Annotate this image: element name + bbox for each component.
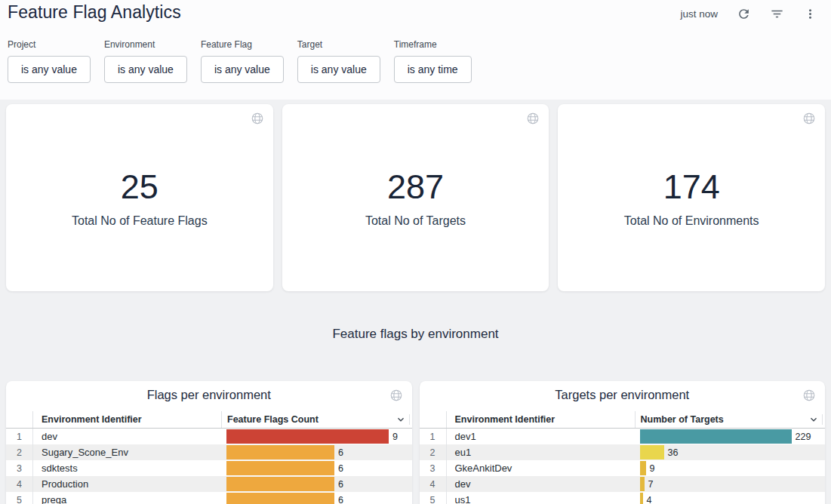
- filter-feature-flag: Feature Flag is any value: [201, 39, 284, 83]
- value-cell: 4: [636, 492, 826, 504]
- value-cell: 36: [636, 444, 826, 460]
- kpi-label: Total No of Targets: [282, 214, 549, 228]
- filter-label: Timeframe: [394, 39, 472, 50]
- table-row[interactable]: 2eu136: [420, 444, 826, 460]
- environment-identifier-cell: dev: [33, 431, 222, 442]
- value-label: 229: [796, 432, 811, 442]
- row-number: 3: [6, 460, 33, 476]
- value-bar[interactable]: [640, 461, 646, 475]
- chevron-down-icon[interactable]: [808, 413, 820, 426]
- table-body: 1dev92Sugary_Scone_Env63sdktests64Produc…: [6, 429, 412, 504]
- value-label: 7: [648, 479, 654, 490]
- kpi-card-environments: 174 Total No of Environments: [558, 104, 825, 291]
- row-number: 1: [420, 429, 447, 444]
- value-bar[interactable]: [640, 429, 792, 444]
- filter-icon[interactable]: [769, 6, 784, 21]
- value-bar[interactable]: [226, 461, 334, 475]
- environment-identifier-cell: prega: [33, 494, 222, 504]
- row-number-column-header: [420, 411, 447, 428]
- card-title: Flags per environment: [6, 381, 412, 404]
- filter-target: Target is any value: [297, 39, 380, 83]
- value-bar[interactable]: [640, 445, 664, 459]
- column-header-label: Feature Flags Count: [227, 414, 319, 425]
- table-row[interactable]: 1dev1229: [420, 429, 826, 444]
- chevron-down-icon[interactable]: [395, 413, 407, 426]
- row-number: 2: [420, 444, 447, 460]
- row-number: 1: [6, 429, 33, 444]
- section-title: Feature flags by environment: [0, 327, 831, 342]
- value-bar[interactable]: [226, 429, 389, 444]
- value-label: 4: [647, 495, 652, 504]
- kebab-menu-icon[interactable]: [802, 6, 817, 21]
- table-row[interactable]: 4Production6: [6, 476, 412, 492]
- table-row[interactable]: 5us14: [420, 492, 826, 504]
- filter-label: Target: [297, 39, 380, 50]
- value-cell: 9: [222, 429, 412, 444]
- filter-timeframe-button[interactable]: is any time: [394, 56, 472, 83]
- table-row[interactable]: 2Sugary_Scone_Env6: [6, 444, 412, 460]
- kpi-label: Total No of Environments: [558, 214, 825, 228]
- value-bar[interactable]: [226, 445, 334, 459]
- column-header-feature-flags-count[interactable]: Feature Flags Count: [222, 411, 412, 428]
- globe-icon: [802, 112, 816, 125]
- row-number-column-header: [6, 411, 33, 428]
- value-label: 6: [338, 479, 343, 490]
- value-bar[interactable]: [640, 493, 643, 504]
- filter-project: Project is any value: [8, 39, 91, 83]
- value-bar[interactable]: [226, 493, 334, 504]
- column-header-number-of-targets[interactable]: Number of Targets: [636, 411, 826, 428]
- value-label: 6: [338, 463, 343, 474]
- environment-identifier-cell: Sugary_Scone_Env: [33, 447, 222, 458]
- environment-identifier-cell: Production: [33, 478, 222, 490]
- value-bar[interactable]: [640, 477, 645, 491]
- value-label: 36: [668, 447, 679, 458]
- globe-icon: [526, 112, 540, 125]
- value-cell: 6: [222, 460, 412, 476]
- value-label: 9: [392, 432, 398, 442]
- kpi-label: Total No of Feature Flags: [6, 214, 273, 228]
- card-title: Targets per environment: [420, 381, 826, 404]
- filter-environment: Environment is any value: [104, 39, 187, 83]
- refresh-icon[interactable]: [736, 6, 751, 21]
- last-refresh-text: just now: [680, 8, 718, 20]
- value-cell: 229: [636, 429, 826, 444]
- row-number: 2: [6, 444, 33, 460]
- kpi-value: 25: [6, 104, 273, 207]
- table-row[interactable]: 4dev7: [420, 476, 826, 492]
- page-title: Feature Flag Analytics: [8, 2, 181, 23]
- kpi-card-feature-flags: 25 Total No of Feature Flags: [6, 104, 273, 291]
- environment-identifier-cell: dev: [447, 478, 636, 490]
- value-bar[interactable]: [226, 477, 334, 491]
- targets-per-environment-card: Targets per environment Environment Iden…: [420, 381, 826, 504]
- table-row[interactable]: 3sdktests6: [6, 460, 412, 476]
- filter-feature-flag-button[interactable]: is any value: [201, 56, 284, 83]
- environment-identifier-cell: dev1: [447, 431, 636, 442]
- globe-icon: [802, 389, 816, 402]
- globe-icon: [251, 112, 264, 125]
- column-header-environment-identifier[interactable]: Environment Identifier: [447, 411, 636, 428]
- row-number: 3: [420, 460, 447, 476]
- row-number: 4: [6, 476, 33, 492]
- value-cell: 6: [222, 476, 412, 492]
- filter-target-button[interactable]: is any value: [297, 56, 380, 83]
- kpi-card-targets: 287 Total No of Targets: [282, 104, 549, 291]
- filter-bar: Project is any value Environment is any …: [8, 39, 472, 83]
- table-row[interactable]: 3GkeAnkitDev9: [420, 460, 826, 476]
- kpi-value: 174: [558, 104, 825, 207]
- value-cell: 6: [222, 492, 412, 504]
- filter-label: Project: [8, 39, 91, 50]
- environment-identifier-cell: GkeAnkitDev: [447, 463, 636, 474]
- filter-environment-button[interactable]: is any value: [104, 56, 187, 83]
- environment-identifier-cell: eu1: [447, 447, 636, 458]
- kpi-cards-row: 25 Total No of Feature Flags 287 Total N…: [6, 104, 825, 291]
- table-row[interactable]: 1dev9: [6, 429, 412, 444]
- dashboard-header: Feature Flag Analytics just now Project …: [0, 0, 831, 100]
- filter-timeframe: Timeframe is any time: [394, 39, 472, 83]
- environment-identifier-cell: sdktests: [33, 463, 222, 474]
- kpi-value: 287: [282, 104, 549, 207]
- value-cell: 6: [222, 444, 412, 460]
- column-header-environment-identifier[interactable]: Environment Identifier: [33, 411, 222, 428]
- row-number: 5: [420, 492, 447, 504]
- filter-project-button[interactable]: is any value: [8, 56, 91, 83]
- table-row[interactable]: 5prega6: [6, 492, 412, 504]
